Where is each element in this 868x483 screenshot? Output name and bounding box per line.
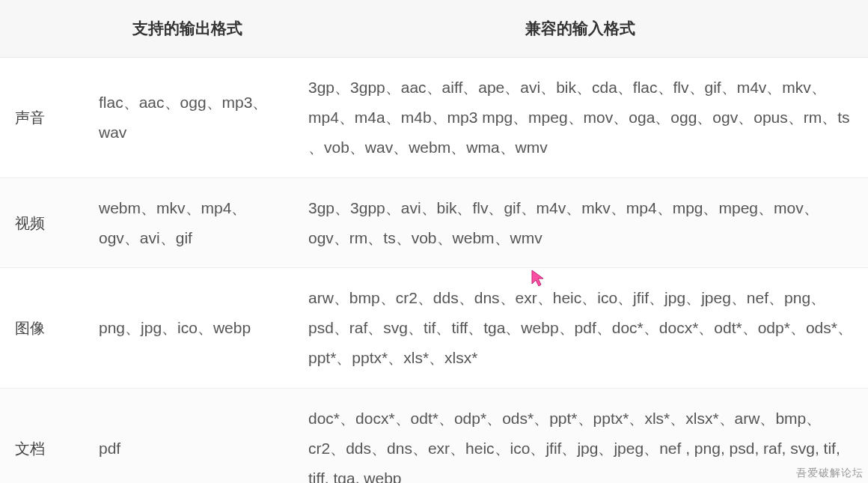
- cell-input: 3gp、3gpp、aac、aiff、ape、avi、bik、cda、flac、f…: [292, 58, 868, 178]
- cell-input: 3gp、3gpp、avi、bik、flv、gif、m4v、mkv、mp4、mpg…: [292, 177, 868, 268]
- table-header-row: 支持的输出格式 兼容的输入格式: [0, 0, 868, 58]
- cell-input: doc*、docx*、odt*、odp*、ods*、ppt*、pptx*、xls…: [292, 389, 868, 483]
- header-category: [0, 0, 82, 58]
- cell-category: 声音: [0, 58, 82, 178]
- cell-output: flac、aac、ogg、mp3、wav: [82, 58, 292, 178]
- cell-output: png、jpg、ico、webp: [82, 268, 292, 389]
- cell-category: 文档: [0, 389, 82, 483]
- table-row: 图像 png、jpg、ico、webp arw、bmp、cr2、dds、dns、…: [0, 268, 868, 389]
- table-row: 文档 pdf doc*、docx*、odt*、odp*、ods*、ppt*、pp…: [0, 389, 868, 483]
- cell-input: arw、bmp、cr2、dds、dns、exr、heic、ico、jfif、jp…: [292, 268, 868, 389]
- table-row: 视频 webm、mkv、mp4、ogv、avi、gif 3gp、3gpp、avi…: [0, 177, 868, 268]
- cell-output: webm、mkv、mp4、ogv、avi、gif: [82, 177, 292, 268]
- cell-output: pdf: [82, 389, 292, 483]
- header-input: 兼容的输入格式: [292, 0, 868, 58]
- cell-category: 图像: [0, 268, 82, 389]
- table-row: 声音 flac、aac、ogg、mp3、wav 3gp、3gpp、aac、aif…: [0, 58, 868, 178]
- header-output: 支持的输出格式: [82, 0, 292, 58]
- formats-table: 支持的输出格式 兼容的输入格式 声音 flac、aac、ogg、mp3、wav …: [0, 0, 868, 483]
- cell-category: 视频: [0, 177, 82, 268]
